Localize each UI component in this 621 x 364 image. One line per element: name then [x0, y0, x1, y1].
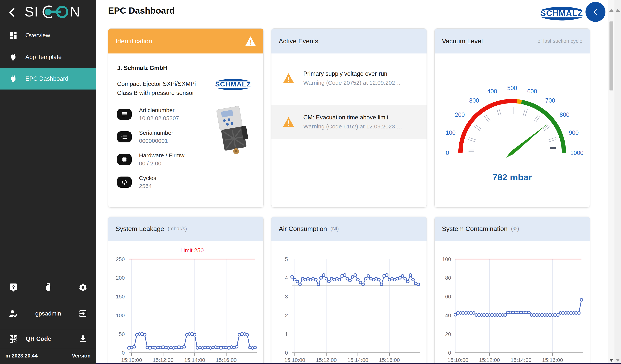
user-check-icon[interactable] — [9, 309, 18, 318]
svg-text:15:16:00: 15:16:00 — [379, 357, 400, 363]
help-icon[interactable]: ? — [9, 283, 18, 292]
plug-icon — [9, 53, 18, 62]
air-consumption-card-header: Air Consumption (Nl) — [271, 217, 427, 241]
card-subtitle: of last suction cycle — [537, 38, 582, 44]
field-label: Hardware / Firmw… — [139, 152, 190, 159]
line-chart: 01234515:10:0015:12:0015:14:0015:16:00 — [271, 241, 427, 364]
system-leakage-chart: 05010015020025015:10:0015:12:0015:14:001… — [108, 241, 263, 364]
logout-icon[interactable] — [78, 309, 87, 318]
logo-neck — [48, 11, 61, 13]
svg-text:15:16:00: 15:16:00 — [542, 357, 563, 363]
identification-card: Identification J. Schmalz GmbH Compact E… — [108, 28, 264, 207]
vacuum-level-card-header: Vacuum Level of last suction cycle — [435, 29, 590, 53]
sidebar-item-overview[interactable]: Overview — [0, 25, 96, 46]
version-value: m-2023.20.44 — [5, 353, 38, 359]
svg-text:15:10:00: 15:10:00 — [121, 357, 142, 363]
usb-device-icon[interactable] — [44, 283, 53, 292]
qr-code-icon — [9, 334, 18, 344]
product-description-line1: Compact Ejector SXPi/SXMPi — [117, 79, 207, 89]
sidebar-qr-row[interactable]: QR Code — [0, 329, 96, 348]
card-title: Identification — [116, 37, 152, 45]
schmalz-logo-text: SCHMALZ — [215, 80, 251, 88]
sync-icon — [117, 176, 132, 188]
scroll-down-arrow[interactable] — [609, 359, 614, 362]
sidebar-version-row: m-2023.20.44 Version — [0, 349, 96, 363]
svg-text:100: 100 — [446, 129, 456, 136]
sidebar-item-label: Overview — [25, 32, 50, 39]
sidebar-item-label: App Template — [25, 54, 62, 61]
identification-card-body: J. Schmalz GmbH Compact Ejector SXPi/SXM… — [108, 53, 263, 197]
event-row[interactable]: Primary supply voltage over-run Warning … — [271, 64, 427, 93]
gauge-chart: 01002003004005006007008009001000 — [435, 63, 590, 182]
svg-text:0: 0 — [122, 350, 125, 356]
svg-text:50: 50 — [119, 331, 125, 337]
svg-text:0: 0 — [285, 350, 288, 356]
field-cycles: Cycles 2564 — [117, 175, 255, 189]
product-description-line2: Class B with pressure sensor — [117, 89, 207, 97]
svg-text:15:10:00: 15:10:00 — [284, 357, 305, 363]
sidebar-item-app-template[interactable]: App Template — [0, 46, 96, 68]
scrollbar-thumb[interactable] — [609, 21, 613, 91]
chip-icon — [117, 154, 132, 165]
active-events-card-header: Active Events — [271, 29, 427, 53]
sidebar-utility-row: ? — [0, 277, 96, 298]
field-label: Serialnumber — [139, 129, 173, 136]
scroll-up-arrow[interactable] — [616, 9, 620, 12]
card-title: System Leakage — [116, 225, 164, 233]
event-title: Primary supply voltage over-run — [303, 70, 401, 77]
download-icon[interactable] — [78, 334, 87, 344]
window-bottom-edge — [96, 363, 621, 364]
qr-code-label: QR Code — [26, 335, 51, 342]
card-unit: (mbar/s) — [168, 226, 187, 232]
sidebar-collapse-button[interactable] — [7, 7, 18, 18]
svg-text:500: 500 — [507, 85, 517, 92]
svg-text:1: 1 — [285, 331, 288, 337]
sicon-logo: SI N — [25, 4, 82, 21]
svg-text:3: 3 — [285, 294, 288, 300]
line-chart: 05010015020025015:10:0015:12:0015:14:001… — [108, 241, 263, 364]
warning-icon — [245, 36, 256, 46]
svg-text:1000: 1000 — [570, 149, 584, 156]
sidebar-nav: Overview App Template EPC Dashboard — [0, 25, 96, 90]
list-icon — [117, 109, 132, 120]
field-label: Articlenumber — [139, 107, 179, 113]
active-events-list: Primary supply voltage over-run Warning … — [271, 64, 427, 139]
sidebar-item-epc-dashboard[interactable]: EPC Dashboard — [0, 68, 96, 90]
svg-text:250: 250 — [116, 256, 125, 262]
event-detail: Warning (Code 20752) at 12.09.202… — [303, 79, 401, 86]
logo-text-si: SI — [25, 4, 39, 19]
warning-icon — [283, 116, 294, 127]
field-value: 000000001 — [139, 138, 173, 144]
svg-text:400: 400 — [487, 88, 497, 95]
svg-text:100: 100 — [116, 312, 125, 318]
settings-icon[interactable] — [78, 283, 87, 292]
warning-icon — [283, 73, 294, 84]
active-events-card: Active Events Primary supply voltage ove… — [271, 28, 427, 207]
logo-text-n: N — [70, 4, 80, 19]
svg-text:2: 2 — [285, 312, 288, 318]
svg-text:15:10:00: 15:10:00 — [448, 357, 468, 363]
schmalz-logo-small: SCHMALZ — [209, 76, 257, 94]
sidebar-item-label: EPC Dashboard — [25, 75, 68, 82]
svg-text:?: ? — [12, 284, 15, 290]
scroll-down-arrow[interactable] — [616, 359, 620, 362]
outer-scrollbar[interactable] — [615, 0, 621, 364]
svg-text:15:12:00: 15:12:00 — [153, 357, 173, 363]
event-detail: Warning (Code 6152) at 12.09.2023 … — [303, 123, 402, 130]
collapse-panel-button[interactable] — [586, 2, 605, 22]
svg-text:150: 150 — [116, 294, 125, 300]
dashboard-icon — [9, 31, 18, 40]
inner-scrollbar[interactable] — [608, 0, 615, 364]
event-row[interactable]: CM: Evacuation time above limit Warning … — [271, 105, 427, 139]
card-title: Air Consumption — [279, 225, 327, 233]
product-image — [213, 104, 255, 156]
schmalz-logo-text: SCHMALZ — [540, 8, 583, 18]
svg-text:900: 900 — [569, 129, 579, 136]
system-contamination-chart: 02040608010015:10:0015:12:0015:14:0015:1… — [435, 241, 590, 364]
field-value: 2564 — [139, 183, 156, 189]
numbered-list-icon — [117, 131, 132, 142]
scroll-up-arrow[interactable] — [609, 9, 614, 12]
system-contamination-card-header: System Contamination (%) — [435, 217, 590, 241]
svg-text:80: 80 — [445, 275, 451, 281]
air-consumption-chart: 01234515:10:0015:12:0015:14:0015:16:00 — [271, 241, 427, 364]
